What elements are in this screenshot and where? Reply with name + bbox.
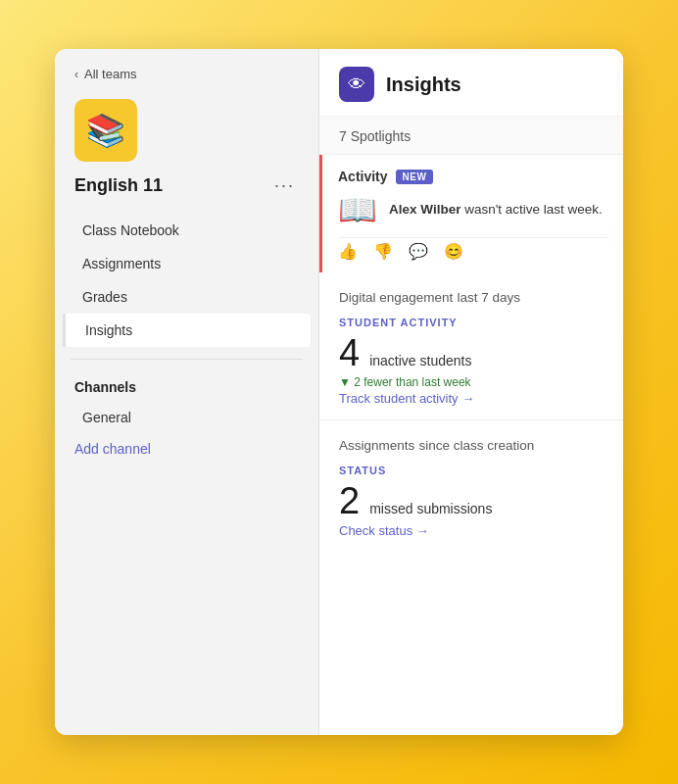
back-link[interactable]: ‹ All teams <box>55 49 318 91</box>
activity-text-rest: wasn't active last week. <box>460 202 602 217</box>
inactive-students-stat-row: 4 inactive students <box>339 334 604 371</box>
class-name: English 11 <box>74 175 163 196</box>
more-button[interactable]: ··· <box>270 173 299 198</box>
sidebar-divider <box>71 359 303 360</box>
activity-card: Activity NEW 📖 Alex Wilber wasn't active… <box>319 155 623 272</box>
main-content: 👁 Insights 7 Spotlights Activity NEW 📖 A… <box>319 49 623 735</box>
stat-trend: ▼ 2 fewer than last week <box>339 375 604 389</box>
assignments-label: Assignments <box>339 438 414 453</box>
sidebar: ‹ All teams 📚 English 11 ··· Class Noteb… <box>55 49 319 735</box>
assignments-title: Assignments since class creation <box>339 436 604 453</box>
activity-text: Alex Wilber wasn't active last week. <box>389 201 603 220</box>
nav-item-grades[interactable]: Grades <box>63 280 311 314</box>
main-header: 👁 Insights <box>319 49 623 117</box>
nav-item-assignments[interactable]: Assignments <box>63 247 311 280</box>
status-label: STATUS <box>339 465 604 476</box>
student-activity-label: STUDENT ACTIVITY <box>339 317 604 328</box>
activity-content: 📖 Alex Wilber wasn't active last week. <box>338 194 607 225</box>
missed-submissions-stat-row: 2 missed submissions <box>339 482 604 519</box>
class-name-row: English 11 ··· <box>55 173 318 214</box>
trend-text: ▼ 2 fewer than last week <box>339 375 471 389</box>
spotlights-label: 7 Spotlights <box>339 128 411 144</box>
inactive-students-number: 4 <box>339 334 360 371</box>
assignments-section: Assignments since class creation STATUS … <box>319 420 623 552</box>
activity-actions: 👍 👎 💬 😊 <box>338 237 607 261</box>
back-label: All teams <box>84 67 136 81</box>
insights-icon-symbol: 👁 <box>348 74 365 95</box>
chevron-left-icon: ‹ <box>74 68 78 81</box>
app-window: ‹ All teams 📚 English 11 ··· Class Noteb… <box>55 49 623 735</box>
digital-engagement-title: Digital engagement last 7 days <box>339 288 604 305</box>
insights-icon: 👁 <box>339 67 374 102</box>
digital-engagement-period: last 7 days <box>458 290 521 305</box>
nav-item-general[interactable]: General <box>63 401 311 434</box>
emoji-icon[interactable]: 😊 <box>444 242 463 261</box>
class-emoji: 📚 <box>86 112 125 149</box>
new-badge: NEW <box>396 170 434 184</box>
activity-header: Activity NEW <box>338 169 607 184</box>
add-channel-link[interactable]: Add channel <box>55 434 318 464</box>
thumbs-up-icon[interactable]: 👍 <box>338 242 358 261</box>
class-avatar: 📚 <box>74 99 137 162</box>
activity-label: Activity <box>338 169 388 184</box>
main-title: Insights <box>386 74 461 96</box>
check-status-link[interactable]: Check status → <box>339 523 604 538</box>
nav-item-insights[interactable]: Insights <box>63 314 311 347</box>
missed-submissions-number: 2 <box>339 482 360 519</box>
assignments-period: since class creation <box>418 438 534 453</box>
activity-person-name: Alex Wilber <box>389 202 460 217</box>
book-icon: 📖 <box>338 194 377 225</box>
nav-item-class-notebook[interactable]: Class Notebook <box>63 214 311 247</box>
digital-engagement-section: Digital engagement last 7 days STUDENT A… <box>319 272 623 420</box>
missed-submissions-desc: missed submissions <box>369 501 492 516</box>
digital-engagement-label: Digital engagement <box>339 290 453 305</box>
inactive-students-desc: inactive students <box>369 353 471 368</box>
thumbs-down-icon[interactable]: 👎 <box>373 242 393 261</box>
track-student-activity-link[interactable]: Track student activity → <box>339 391 604 406</box>
spotlights-bar: 7 Spotlights <box>319 117 623 155</box>
comment-icon[interactable]: 💬 <box>409 242 428 261</box>
channels-heading: Channels <box>55 371 318 401</box>
